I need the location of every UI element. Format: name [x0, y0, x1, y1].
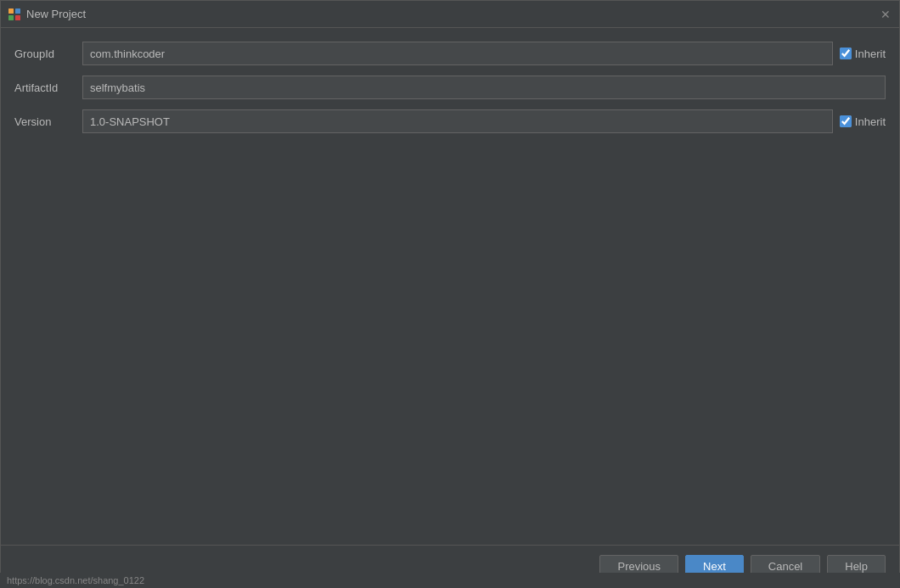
- version-label: Version: [14, 115, 82, 128]
- groupid-input[interactable]: [82, 42, 833, 65]
- artifactid-row: ArtifactId: [14, 76, 886, 99]
- svg-rect-3: [15, 15, 20, 20]
- artifactid-input[interactable]: [82, 76, 886, 99]
- version-inherit-label: Inherit: [855, 115, 886, 128]
- groupid-row: GroupId Inherit: [14, 42, 886, 65]
- title-bar-left: New Project: [8, 8, 86, 21]
- form-content: GroupId Inherit ArtifactId Version Inher…: [1, 28, 899, 294]
- status-bar: https://blog.csdn.net/shang_0122: [0, 573, 900, 588]
- version-row: Version Inherit: [14, 109, 886, 133]
- groupid-inherit-checkbox[interactable]: [840, 48, 852, 59]
- svg-rect-1: [15, 8, 20, 14]
- svg-rect-0: [8, 8, 14, 14]
- artifactid-label: ArtifactId: [14, 81, 82, 94]
- window-title: New Project: [26, 8, 86, 20]
- new-project-dialog: New Project ✕ GroupId Inherit ArtifactId…: [0, 0, 900, 588]
- project-icon: [8, 8, 21, 21]
- svg-rect-2: [8, 15, 14, 20]
- version-inherit-checkbox[interactable]: [840, 115, 852, 127]
- close-button[interactable]: ✕: [879, 8, 892, 21]
- groupid-inherit-container: Inherit: [840, 48, 886, 60]
- groupid-inherit-label: Inherit: [855, 48, 886, 60]
- groupid-label: GroupId: [14, 48, 82, 60]
- version-input[interactable]: [82, 109, 833, 133]
- version-inherit-container: Inherit: [840, 115, 886, 128]
- title-bar: New Project ✕: [1, 1, 899, 28]
- status-url: https://blog.csdn.net/shang_0122: [7, 575, 144, 585]
